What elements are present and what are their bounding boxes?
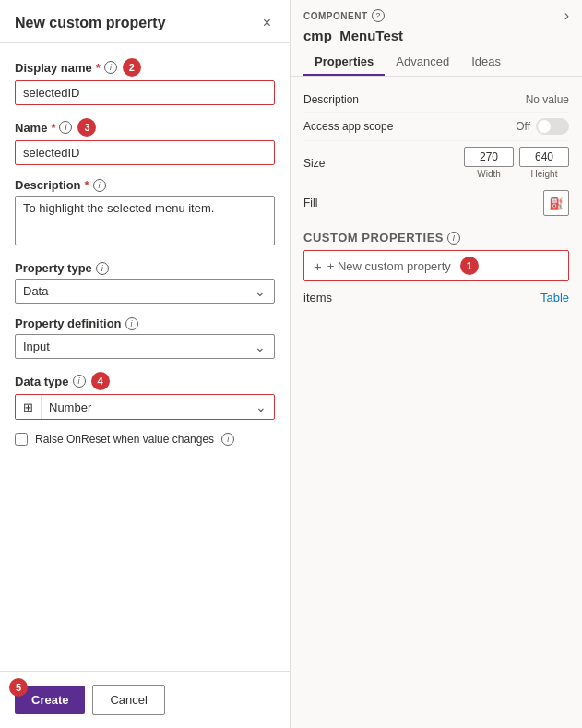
- description-required: *: [85, 178, 89, 192]
- property-type-wrapper: Data: [15, 279, 275, 304]
- description-info-icon[interactable]: i: [93, 179, 106, 192]
- new-custom-property-label: + New custom property: [327, 259, 451, 273]
- display-name-input[interactable]: [15, 80, 275, 105]
- property-type-select[interactable]: Data: [15, 279, 275, 304]
- tab-advanced[interactable]: Advanced: [385, 49, 460, 76]
- tabs-row: Properties Advanced Ideas: [303, 49, 569, 76]
- right-body: Description No value Access app scope Of…: [291, 77, 582, 728]
- fill-button[interactable]: ⛽: [543, 190, 569, 216]
- tab-properties[interactable]: Properties: [303, 49, 385, 76]
- display-name-label: Display name * i 2: [15, 58, 275, 77]
- size-label: Size: [303, 157, 386, 170]
- raise-onreset-checkbox[interactable]: [15, 433, 28, 446]
- items-table-link[interactable]: Table: [540, 291, 569, 304]
- items-row: items Table: [303, 287, 569, 308]
- raise-onreset-label: Raise OnReset when value changes: [35, 433, 214, 446]
- name-label: Name * i 3: [15, 118, 275, 137]
- property-definition-label: Property definition i: [15, 316, 275, 330]
- data-type-wrapper: ⊞ Number ⌄: [15, 394, 275, 420]
- step-badge-1: 1: [460, 257, 479, 275]
- display-name-required: *: [96, 61, 101, 75]
- component-name: cmp_MenuTest: [303, 26, 569, 49]
- component-label: COMPONENT: [303, 11, 368, 21]
- step-badge-5: 5: [9, 678, 28, 697]
- left-panel: New custom property × Display name * i 2…: [0, 0, 291, 728]
- size-width-field: Width: [464, 147, 514, 179]
- raise-onreset-row: Raise OnReset when value changes i: [15, 433, 275, 446]
- property-type-field: Property type i Data: [15, 261, 275, 304]
- description-input[interactable]: To highlight the selected menu item.: [15, 196, 275, 245]
- property-type-label: Property type i: [15, 261, 275, 275]
- access-app-scope-label: Access app scope: [303, 120, 393, 133]
- name-field: Name * i 3: [15, 118, 275, 165]
- access-app-scope-toggle[interactable]: [536, 118, 569, 135]
- description-label: Description * i: [15, 178, 275, 192]
- data-type-chevron-icon: ⌄: [248, 395, 274, 419]
- fill-icon: ⛽: [549, 197, 564, 210]
- form-body: Display name * i 2 Name * i 3 Descriptio…: [0, 43, 290, 671]
- data-type-field: Data type i 4 ⊞ Number ⌄: [15, 372, 275, 420]
- component-label-row: COMPONENT ? ›: [303, 7, 569, 26]
- right-panel: COMPONENT ? › cmp_MenuTest Properties Ad…: [291, 0, 582, 728]
- description-prop-value: No value: [526, 93, 569, 106]
- component-info-icon[interactable]: ?: [372, 9, 385, 22]
- name-info-icon[interactable]: i: [59, 121, 72, 134]
- size-height-input[interactable]: [519, 147, 569, 167]
- size-row: Size Width Height: [303, 141, 569, 185]
- access-app-scope-value: Off: [516, 120, 530, 133]
- step-badge-4: 4: [91, 372, 110, 390]
- custom-properties-section-label: CUSTOM PROPERTIES i: [303, 221, 569, 250]
- toggle-knob: [538, 120, 551, 133]
- display-name-info-icon[interactable]: i: [104, 61, 117, 74]
- right-header: COMPONENT ? › cmp_MenuTest Properties Ad…: [291, 0, 582, 77]
- create-button[interactable]: 5 Create: [15, 686, 85, 714]
- name-required: *: [51, 121, 55, 135]
- property-type-info-icon[interactable]: i: [96, 262, 109, 275]
- access-app-scope-row: Access app scope Off: [303, 113, 569, 141]
- panel-title: New custom property: [15, 15, 166, 31]
- data-type-label: Data type i 4: [15, 372, 275, 390]
- property-definition-field: Property definition i Input: [15, 316, 275, 359]
- description-prop-label: Description: [303, 93, 386, 106]
- property-definition-select[interactable]: Input: [15, 334, 275, 359]
- close-button[interactable]: ×: [259, 13, 275, 33]
- height-label: Height: [531, 169, 558, 179]
- chevron-right-icon[interactable]: ›: [564, 7, 569, 24]
- description-field: Description * i To highlight the selecte…: [15, 178, 275, 248]
- cancel-button[interactable]: Cancel: [92, 685, 164, 715]
- raise-onreset-info-icon[interactable]: i: [221, 433, 234, 446]
- size-inputs: Width Height: [464, 147, 569, 179]
- items-label: items: [303, 291, 332, 304]
- step-badge-2: 2: [123, 58, 141, 77]
- fill-label: Fill: [303, 197, 386, 209]
- form-footer: 5 Create Cancel: [0, 671, 290, 728]
- custom-properties-info-icon[interactable]: i: [447, 232, 460, 245]
- property-definition-wrapper: Input: [15, 334, 275, 359]
- fill-row: Fill ⛽: [303, 185, 569, 221]
- data-type-info-icon[interactable]: i: [73, 375, 86, 388]
- display-name-field: Display name * i 2: [15, 58, 275, 105]
- plus-icon: +: [314, 258, 322, 274]
- data-type-icon: ⊞: [16, 396, 42, 419]
- name-input[interactable]: [15, 140, 275, 165]
- panel-header: New custom property ×: [0, 0, 290, 43]
- new-custom-property-button[interactable]: + + New custom property 1: [303, 250, 569, 281]
- size-width-input[interactable]: [464, 147, 514, 167]
- data-type-select[interactable]: Number: [42, 396, 248, 419]
- step-badge-3: 3: [77, 118, 96, 137]
- tab-ideas[interactable]: Ideas: [460, 49, 512, 76]
- property-definition-info-icon[interactable]: i: [125, 317, 138, 330]
- width-label: Width: [477, 169, 501, 179]
- size-height-field: Height: [519, 147, 569, 179]
- description-prop-row: Description No value: [303, 88, 569, 113]
